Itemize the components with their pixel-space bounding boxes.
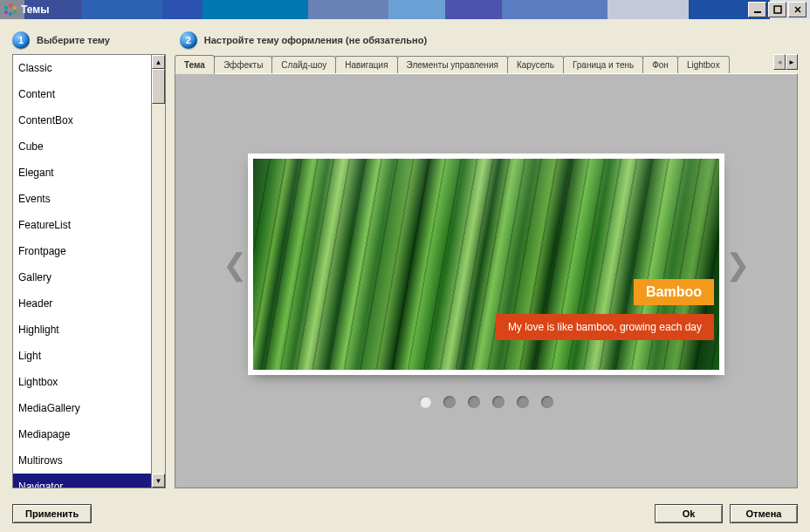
maximize-button[interactable]: [768, 2, 786, 17]
scroll-down-button[interactable]: ▼: [152, 474, 165, 488]
scroll-up-button[interactable]: ▲: [152, 55, 165, 69]
step-1-badge: 1: [12, 31, 30, 49]
theme-item[interactable]: Light: [13, 343, 151, 369]
preview-body: ❮ Bamboo My love is like bamboo, growing…: [175, 73, 798, 488]
theme-item[interactable]: MediaGallery: [13, 395, 151, 421]
tab[interactable]: Слайд-шоу: [271, 56, 336, 73]
svg-point-5: [4, 6, 8, 10]
window-title: Темы: [21, 3, 748, 16]
step-1-label: Выберите тему: [37, 35, 110, 45]
tabs: ТемаЭффектыСлайд-шоуНавигацияЭлементы уп…: [175, 54, 798, 73]
ok-button[interactable]: Ok: [655, 504, 723, 523]
theme-item[interactable]: Highlight: [13, 317, 151, 343]
theme-item[interactable]: Elegant: [13, 160, 151, 186]
theme-item[interactable]: Multirows: [13, 447, 151, 474]
step-1: 1 Выберите тему: [12, 31, 110, 49]
apply-button[interactable]: Применить: [12, 504, 92, 523]
tab[interactable]: Элементы управления: [397, 56, 508, 73]
preview-pane: ТемаЭффектыСлайд-шоуНавигацияЭлементы уп…: [175, 54, 798, 488]
content-area: 1 Выберите тему 2 Настройте тему оформле…: [0, 19, 810, 532]
tab[interactable]: Тема: [175, 55, 215, 74]
tab[interactable]: Lightbox: [677, 56, 730, 73]
tab-scroll-left[interactable]: ◄: [773, 54, 786, 70]
svg-point-2: [13, 10, 17, 14]
cancel-button[interactable]: Отмена: [730, 504, 798, 523]
minimize-button[interactable]: [748, 2, 766, 17]
tab[interactable]: Эффекты: [214, 56, 272, 73]
slide-prev-button[interactable]: ❮: [222, 247, 248, 282]
theme-item[interactable]: Navigator: [13, 474, 151, 488]
slide-dots: [419, 396, 553, 408]
theme-list-scrollbar[interactable]: ▲ ▼: [151, 55, 165, 488]
tab[interactable]: Граница и тень: [563, 56, 643, 73]
svg-rect-6: [754, 11, 761, 13]
svg-point-4: [4, 10, 8, 14]
app-icon: [3, 3, 17, 17]
theme-item[interactable]: FeatureList: [13, 212, 151, 238]
step-2: 2 Настройте тему оформления (не обязател…: [180, 31, 427, 49]
slide-dot[interactable]: [541, 396, 553, 408]
theme-item[interactable]: Mediapage: [13, 421, 151, 447]
theme-item[interactable]: Content: [13, 81, 151, 107]
theme-item[interactable]: Cube: [13, 133, 151, 160]
bottom-bar: Применить Ok Отмена: [0, 495, 810, 532]
slide-next-button[interactable]: ❯: [724, 247, 751, 282]
slide-title: Bamboo: [634, 279, 714, 305]
close-button[interactable]: [788, 2, 807, 17]
window-controls: [748, 2, 807, 17]
step-2-badge: 2: [180, 31, 197, 49]
theme-item[interactable]: Lightbox: [13, 369, 151, 395]
svg-point-1: [13, 6, 17, 10]
theme-list: ClassicContentContentBoxCubeElegantEvent…: [12, 54, 166, 488]
slide-dot[interactable]: [468, 396, 480, 408]
theme-item[interactable]: Gallery: [13, 264, 151, 290]
steps-row: 1 Выберите тему 2 Настройте тему оформле…: [12, 30, 798, 51]
svg-point-3: [9, 12, 12, 16]
theme-item[interactable]: Classic: [13, 55, 151, 81]
slide-frame: Bamboo My love is like bamboo, growing e…: [248, 153, 724, 375]
tab[interactable]: Навигация: [335, 56, 397, 73]
slide-dot[interactable]: [492, 396, 505, 408]
tab-scroll-controls: ◄ ►: [773, 54, 798, 70]
svg-rect-7: [774, 6, 781, 13]
tab[interactable]: Карусель: [507, 56, 564, 73]
slide-dot[interactable]: [517, 396, 529, 408]
theme-item[interactable]: Frontpage: [13, 238, 151, 264]
step-2-label: Настройте тему оформления (не обязательн…: [204, 35, 427, 45]
slider: ❮ Bamboo My love is like bamboo, growing…: [216, 153, 757, 375]
theme-item[interactable]: ContentBox: [13, 107, 151, 133]
tab-scroll-right[interactable]: ►: [786, 54, 798, 70]
theme-item[interactable]: Events: [13, 186, 151, 212]
slide-caption: My love is like bamboo, growing each day: [496, 314, 714, 340]
theme-item[interactable]: Header: [13, 290, 151, 317]
slide-dot[interactable]: [419, 396, 431, 408]
tab[interactable]: Фон: [642, 56, 678, 73]
slide-dot[interactable]: [443, 396, 456, 408]
scroll-thumb[interactable]: [152, 69, 165, 104]
titlebar: Темы: [0, 0, 810, 19]
svg-point-0: [9, 3, 12, 7]
